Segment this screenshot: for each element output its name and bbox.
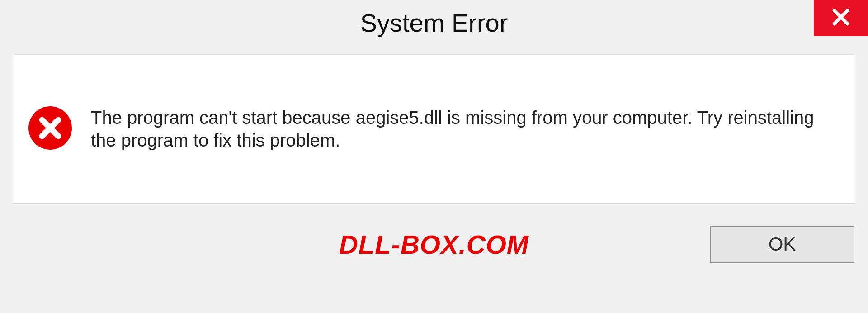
watermark-text: DLL-BOX.COM bbox=[339, 229, 529, 260]
window-title: System Error bbox=[360, 8, 508, 38]
close-button[interactable] bbox=[814, 0, 868, 36]
ok-button[interactable]: OK bbox=[710, 226, 854, 263]
ok-button-label: OK bbox=[769, 233, 796, 255]
error-message: The program can't start because aegise5.… bbox=[91, 106, 840, 152]
error-icon bbox=[28, 105, 73, 152]
close-icon bbox=[831, 7, 851, 29]
footer: DLL-BOX.COM OK bbox=[14, 204, 854, 285]
content-panel: The program can't start because aegise5.… bbox=[14, 54, 854, 204]
titlebar: System Error bbox=[0, 0, 868, 45]
